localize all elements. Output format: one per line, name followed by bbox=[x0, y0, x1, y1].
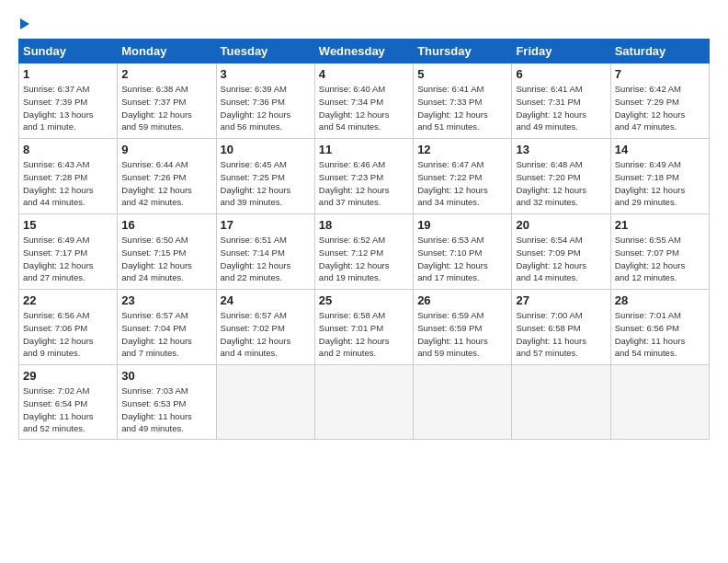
day-info: Sunrise: 6:52 AMSunset: 7:12 PMDaylight:… bbox=[319, 234, 409, 284]
page: SundayMondayTuesdayWednesdayThursdayFrid… bbox=[0, 0, 728, 449]
day-cell: 22Sunrise: 6:56 AMSunset: 7:06 PMDayligh… bbox=[19, 290, 118, 365]
day-info: Sunrise: 6:48 AMSunset: 7:20 PMDaylight:… bbox=[516, 158, 606, 209]
day-info: Sunrise: 6:57 AMSunset: 7:04 PMDaylight:… bbox=[121, 309, 211, 360]
week-row-1: 1Sunrise: 6:37 AMSunset: 7:39 PMDaylight… bbox=[19, 63, 710, 139]
day-cell bbox=[216, 365, 314, 440]
day-cell: 18Sunrise: 6:52 AMSunset: 7:12 PMDayligh… bbox=[314, 214, 413, 290]
day-info: Sunrise: 6:51 AMSunset: 7:14 PMDaylight:… bbox=[221, 234, 311, 284]
day-cell bbox=[610, 365, 709, 440]
day-cell: 6Sunrise: 6:41 AMSunset: 7:31 PMDaylight… bbox=[512, 63, 610, 139]
day-cell: 25Sunrise: 6:58 AMSunset: 7:01 PMDayligh… bbox=[314, 290, 413, 365]
col-header-sunday: Sunday bbox=[19, 40, 118, 63]
day-cell: 4Sunrise: 6:40 AMSunset: 7:34 PMDaylight… bbox=[314, 63, 413, 139]
day-info: Sunrise: 7:00 AMSunset: 6:58 PMDaylight:… bbox=[516, 309, 606, 360]
day-number: 4 bbox=[319, 67, 409, 81]
day-info: Sunrise: 6:49 AMSunset: 7:18 PMDaylight:… bbox=[615, 158, 705, 209]
col-header-saturday: Saturday bbox=[610, 40, 709, 63]
day-info: Sunrise: 6:49 AMSunset: 7:17 PMDaylight:… bbox=[23, 234, 113, 284]
day-info: Sunrise: 6:58 AMSunset: 7:01 PMDaylight:… bbox=[319, 309, 409, 360]
day-info: Sunrise: 6:38 AMSunset: 7:37 PMDaylight:… bbox=[121, 83, 211, 133]
day-number: 14 bbox=[615, 143, 705, 156]
day-cell: 1Sunrise: 6:37 AMSunset: 7:39 PMDaylight… bbox=[19, 63, 118, 139]
header bbox=[18, 17, 710, 29]
day-cell: 24Sunrise: 6:57 AMSunset: 7:02 PMDayligh… bbox=[216, 290, 314, 365]
day-number: 3 bbox=[221, 67, 311, 81]
day-info: Sunrise: 6:37 AMSunset: 7:39 PMDaylight:… bbox=[23, 83, 113, 133]
day-cell: 27Sunrise: 7:00 AMSunset: 6:58 PMDayligh… bbox=[512, 290, 610, 365]
day-cell: 19Sunrise: 6:53 AMSunset: 7:10 PMDayligh… bbox=[414, 214, 512, 290]
logo bbox=[18, 17, 29, 29]
day-number: 5 bbox=[417, 67, 507, 81]
day-info: Sunrise: 6:59 AMSunset: 6:59 PMDaylight:… bbox=[417, 309, 507, 360]
day-number: 29 bbox=[23, 369, 113, 383]
day-info: Sunrise: 6:41 AMSunset: 7:31 PMDaylight:… bbox=[516, 83, 606, 133]
week-row-5: 29Sunrise: 7:02 AMSunset: 6:54 PMDayligh… bbox=[19, 365, 710, 440]
day-info: Sunrise: 6:46 AMSunset: 7:23 PMDaylight:… bbox=[319, 158, 409, 209]
day-number: 7 bbox=[615, 67, 705, 81]
day-cell bbox=[512, 365, 610, 440]
day-info: Sunrise: 7:03 AMSunset: 6:53 PMDaylight:… bbox=[121, 385, 211, 435]
day-number: 28 bbox=[615, 293, 705, 307]
day-number: 16 bbox=[121, 218, 211, 232]
day-info: Sunrise: 6:44 AMSunset: 7:26 PMDaylight:… bbox=[121, 158, 211, 209]
day-number: 11 bbox=[319, 143, 409, 156]
day-cell: 30Sunrise: 7:03 AMSunset: 6:53 PMDayligh… bbox=[118, 365, 216, 440]
day-info: Sunrise: 7:02 AMSunset: 6:54 PMDaylight:… bbox=[23, 385, 113, 435]
day-cell: 20Sunrise: 6:54 AMSunset: 7:09 PMDayligh… bbox=[512, 214, 610, 290]
col-header-friday: Friday bbox=[512, 40, 610, 63]
day-number: 9 bbox=[121, 143, 211, 156]
day-cell: 13Sunrise: 6:48 AMSunset: 7:20 PMDayligh… bbox=[512, 139, 610, 214]
day-info: Sunrise: 6:43 AMSunset: 7:28 PMDaylight:… bbox=[23, 158, 113, 209]
day-number: 23 bbox=[121, 293, 211, 307]
day-info: Sunrise: 6:40 AMSunset: 7:34 PMDaylight:… bbox=[319, 83, 409, 133]
day-cell: 7Sunrise: 6:42 AMSunset: 7:29 PMDaylight… bbox=[610, 63, 709, 139]
day-number: 10 bbox=[221, 143, 311, 156]
col-header-thursday: Thursday bbox=[414, 40, 512, 63]
day-number: 19 bbox=[417, 218, 507, 232]
day-number: 8 bbox=[23, 143, 113, 156]
day-cell: 21Sunrise: 6:55 AMSunset: 7:07 PMDayligh… bbox=[610, 214, 709, 290]
day-number: 22 bbox=[23, 293, 113, 307]
calendar-table: SundayMondayTuesdayWednesdayThursdayFrid… bbox=[18, 39, 710, 440]
day-cell: 10Sunrise: 6:45 AMSunset: 7:25 PMDayligh… bbox=[216, 139, 314, 214]
week-row-4: 22Sunrise: 6:56 AMSunset: 7:06 PMDayligh… bbox=[19, 290, 710, 365]
day-number: 21 bbox=[615, 218, 705, 232]
day-info: Sunrise: 6:53 AMSunset: 7:10 PMDaylight:… bbox=[417, 234, 507, 284]
day-number: 12 bbox=[417, 143, 507, 156]
day-number: 27 bbox=[516, 293, 606, 307]
day-number: 17 bbox=[221, 218, 311, 232]
day-info: Sunrise: 6:54 AMSunset: 7:09 PMDaylight:… bbox=[516, 234, 606, 284]
day-number: 26 bbox=[417, 293, 507, 307]
day-cell bbox=[414, 365, 512, 440]
day-cell: 15Sunrise: 6:49 AMSunset: 7:17 PMDayligh… bbox=[19, 214, 118, 290]
header-row: SundayMondayTuesdayWednesdayThursdayFrid… bbox=[19, 40, 710, 63]
week-row-3: 15Sunrise: 6:49 AMSunset: 7:17 PMDayligh… bbox=[19, 214, 710, 290]
day-number: 13 bbox=[516, 143, 606, 156]
day-number: 15 bbox=[23, 218, 113, 232]
day-cell: 28Sunrise: 7:01 AMSunset: 6:56 PMDayligh… bbox=[610, 290, 709, 365]
day-number: 18 bbox=[319, 218, 409, 232]
day-cell: 26Sunrise: 6:59 AMSunset: 6:59 PMDayligh… bbox=[414, 290, 512, 365]
day-cell: 23Sunrise: 6:57 AMSunset: 7:04 PMDayligh… bbox=[118, 290, 216, 365]
day-cell: 14Sunrise: 6:49 AMSunset: 7:18 PMDayligh… bbox=[610, 139, 709, 214]
day-cell: 2Sunrise: 6:38 AMSunset: 7:37 PMDaylight… bbox=[118, 63, 216, 139]
day-info: Sunrise: 7:01 AMSunset: 6:56 PMDaylight:… bbox=[615, 309, 705, 360]
day-info: Sunrise: 6:57 AMSunset: 7:02 PMDaylight:… bbox=[221, 309, 311, 360]
day-number: 25 bbox=[319, 293, 409, 307]
day-cell: 12Sunrise: 6:47 AMSunset: 7:22 PMDayligh… bbox=[414, 139, 512, 214]
day-info: Sunrise: 6:47 AMSunset: 7:22 PMDaylight:… bbox=[417, 158, 507, 209]
day-cell: 16Sunrise: 6:50 AMSunset: 7:15 PMDayligh… bbox=[118, 214, 216, 290]
day-info: Sunrise: 6:55 AMSunset: 7:07 PMDaylight:… bbox=[615, 234, 705, 284]
logo-arrow-icon bbox=[20, 18, 29, 29]
day-info: Sunrise: 6:56 AMSunset: 7:06 PMDaylight:… bbox=[23, 309, 113, 360]
day-cell: 17Sunrise: 6:51 AMSunset: 7:14 PMDayligh… bbox=[216, 214, 314, 290]
col-header-monday: Monday bbox=[118, 40, 216, 63]
week-row-2: 8Sunrise: 6:43 AMSunset: 7:28 PMDaylight… bbox=[19, 139, 710, 214]
day-number: 6 bbox=[516, 67, 606, 81]
day-number: 1 bbox=[23, 67, 113, 81]
day-cell: 8Sunrise: 6:43 AMSunset: 7:28 PMDaylight… bbox=[19, 139, 118, 214]
day-number: 20 bbox=[516, 218, 606, 232]
col-header-wednesday: Wednesday bbox=[314, 40, 413, 63]
day-number: 24 bbox=[221, 293, 311, 307]
day-info: Sunrise: 6:42 AMSunset: 7:29 PMDaylight:… bbox=[615, 83, 705, 133]
